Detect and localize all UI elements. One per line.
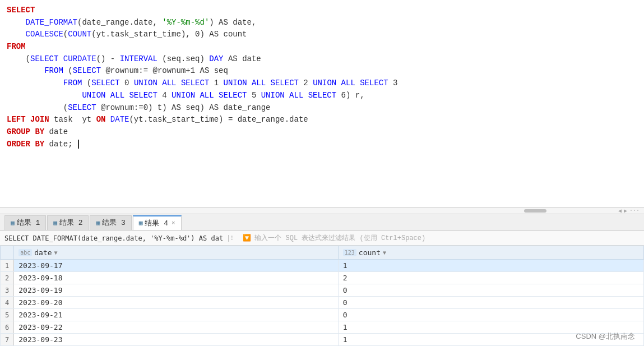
code-token: (yt.task_start_time), 0) AS count (91, 30, 247, 39)
code-line: SELECT (7, 4, 637, 17)
row-number: 7 (1, 334, 14, 346)
code-token: AS date (224, 54, 261, 63)
code-token: 6) r, (336, 91, 364, 100)
table-row[interactable]: 42023-09-200 (1, 297, 644, 309)
code-token: (yt.task_start_time) = date_range.date (129, 115, 308, 124)
code-line: FROM (SELECT @rownum:= @rownum+1 AS seq (7, 65, 637, 77)
code-token: 0 (120, 79, 134, 87)
sql-preview-text: SELECT DATE_FORMAT(date_range.date, '%Y-… (4, 234, 223, 242)
sort-arrow-icon[interactable]: ▼ (383, 250, 386, 256)
cell-count: 1 (338, 260, 643, 272)
code-token: DATE_FORMAT (26, 18, 77, 27)
scroll-right-icon[interactable]: ▶ (624, 207, 627, 214)
code-token: 4 (157, 91, 172, 100)
code-token: SELECT (30, 54, 58, 63)
code-token: SELECT (68, 103, 96, 112)
code-token: FROM (44, 66, 63, 75)
code-token: ( (82, 79, 91, 87)
code-token: UNION ALL SELECT (224, 79, 299, 87)
code-token (7, 30, 26, 39)
code-line: (SELECT @rownum:=0) t) AS seq) AS date_r… (7, 102, 637, 114)
tab-result-1[interactable]: ▦结果 1 (4, 215, 46, 230)
tab-label: 结果 3 (102, 218, 126, 228)
tab-close-icon[interactable]: × (172, 220, 175, 227)
table-icon: ▦ (139, 219, 143, 227)
table-row[interactable]: 22023-09-182 (1, 272, 644, 284)
code-token: ( (63, 66, 73, 75)
code-token: CURDATE (63, 54, 96, 63)
code-token: DAY (209, 54, 223, 63)
code-token: GROUP BY (7, 127, 44, 136)
code-token: 3 (388, 79, 398, 87)
code-token: UNION ALL SELECT (313, 79, 388, 87)
table-row[interactable]: 62023-09-221 (1, 321, 644, 334)
row-number: 2 (1, 272, 14, 284)
scroll-dots: ··· (629, 207, 640, 214)
code-line: LEFT JOIN task yt ON DATE(yt.task_start_… (7, 114, 637, 126)
filter-separator: |⫶ (226, 234, 234, 242)
code-token: date; (44, 140, 72, 149)
watermark: CSDN @北执南念 (576, 331, 635, 342)
table-body: 12023-09-17122023-09-18232023-09-1904202… (1, 260, 644, 346)
row-number: 4 (1, 297, 14, 309)
code-token: FROM (7, 42, 26, 51)
code-token: SELECT (91, 79, 119, 87)
tab-result-2[interactable]: ▦结果 2 (47, 215, 89, 230)
type-badge: 123 (343, 249, 356, 256)
code-token (58, 54, 63, 63)
code-token (7, 91, 82, 100)
results-table: abcdate▼123count▼ 12023-09-17122023-09-1… (0, 246, 644, 346)
filter-hint-text[interactable]: 输入一个 SQL 表达式来过滤结果 (使用 Ctrl+Space) (254, 233, 425, 243)
code-token: UNION ALL SELECT (261, 91, 336, 100)
table-row[interactable]: 52023-09-210 (1, 309, 644, 321)
cell-date: 2023-09-21 (14, 309, 339, 321)
code-line: UNION ALL SELECT 4 UNION ALL SELECT 5 UN… (7, 90, 637, 102)
col-label: count (359, 248, 381, 257)
code-token: ) AS date, (209, 18, 256, 27)
filter-bar: SELECT DATE_FORMAT(date_range.date, '%Y-… (0, 231, 644, 246)
filter-icon: 🔽 (243, 234, 251, 242)
cell-date: 2023-09-22 (14, 321, 339, 334)
tab-label: 结果 1 (17, 218, 40, 228)
sort-arrow-icon[interactable]: ▼ (54, 250, 58, 256)
code-token: ON (96, 115, 106, 124)
code-line: FROM (SELECT 0 UNION ALL SELECT 1 UNION … (7, 77, 637, 90)
code-token (105, 115, 110, 124)
code-token: ( (63, 30, 68, 39)
scroll-arrows[interactable]: ◀ ▶ ··· (618, 207, 640, 214)
scroll-left-icon[interactable]: ◀ (618, 207, 622, 214)
code-token: INTERVAL (120, 54, 157, 63)
row-number: 5 (1, 309, 14, 321)
tab-result-4[interactable]: ▦结果 4× (133, 215, 182, 230)
code-token: @rownum:=0) t) AS seq) AS date_range (96, 103, 271, 112)
col-header-date[interactable]: abcdate▼ (14, 246, 339, 260)
code-token: COUNT (68, 30, 91, 39)
table-icon: ▦ (11, 219, 15, 227)
tab-label: 结果 2 (59, 218, 83, 228)
table-row[interactable]: 72023-09-231 (1, 334, 644, 346)
code-token: UNION ALL SELECT (82, 91, 157, 100)
cell-count: 0 (338, 297, 643, 309)
code-line: DATE_FORMAT(date_range.date, '%Y-%m-%d')… (7, 17, 637, 29)
cell-count: 0 (338, 309, 643, 321)
watermark-text: CSDN @北执南念 (576, 332, 635, 340)
scroll-thumb[interactable] (524, 209, 546, 213)
code-token: @rownum:= @rownum+1 AS seq (101, 66, 228, 75)
row-number: 6 (1, 321, 14, 334)
code-token: SELECT (7, 6, 35, 15)
code-token (7, 79, 63, 87)
table-row[interactable]: 12023-09-171 (1, 260, 644, 272)
code-token: ( (7, 54, 30, 63)
code-token: (date_range.date, (77, 18, 162, 27)
code-token: 5 (247, 91, 261, 100)
app-container: SELECT DATE_FORMAT(date_range.date, '%Y-… (0, 0, 644, 346)
code-token: FROM (63, 79, 82, 87)
col-header-count[interactable]: 123count▼ (338, 246, 643, 260)
tab-result-3[interactable]: ▦结果 3 (90, 215, 131, 230)
row-number: 3 (1, 284, 14, 297)
cell-date: 2023-09-17 (14, 260, 339, 272)
sql-editor[interactable]: SELECT DATE_FORMAT(date_range.date, '%Y-… (0, 0, 644, 214)
scroll-bar[interactable]: ◀ ▶ ··· (0, 207, 644, 214)
code-token (7, 66, 44, 75)
table-row[interactable]: 32023-09-190 (1, 284, 644, 297)
